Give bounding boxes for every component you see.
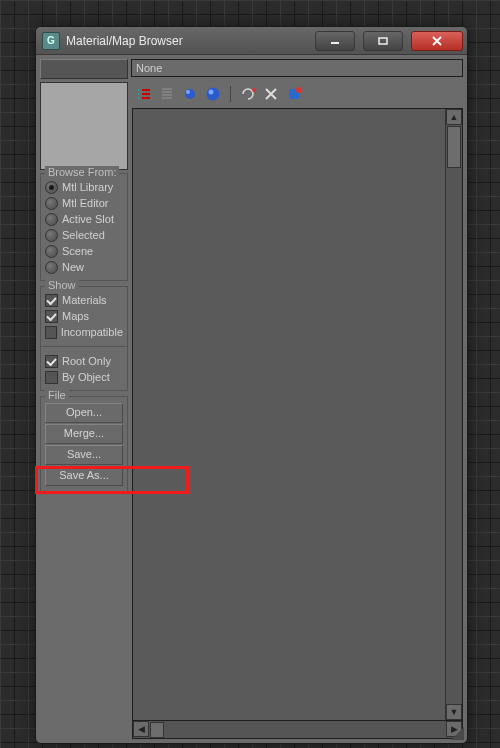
- check-maps[interactable]: Maps: [45, 308, 123, 324]
- checkbox-icon: [45, 355, 58, 368]
- close-button[interactable]: [411, 31, 463, 51]
- clear-icon: [286, 86, 302, 102]
- sphere-small-icon: [182, 86, 198, 102]
- svg-point-8: [296, 87, 302, 93]
- window-title: Material/Map Browser: [66, 34, 307, 48]
- search-input[interactable]: [40, 59, 128, 79]
- svg-point-2: [185, 89, 195, 99]
- material-list-area: ▲ ▼ ◀ ▶: [132, 108, 463, 739]
- radio-new[interactable]: New: [45, 259, 123, 275]
- svg-point-5: [209, 90, 214, 95]
- vertical-scrollbar[interactable]: ▲ ▼: [445, 109, 462, 720]
- minimize-icon: [330, 37, 340, 45]
- delete-button[interactable]: [261, 84, 281, 104]
- radio-icon: [45, 181, 58, 194]
- browse-from-title: Browse From:: [45, 166, 119, 178]
- checkbox-label: By Object: [62, 371, 110, 383]
- checkbox-icon: [45, 310, 58, 323]
- checkbox-label: Materials: [62, 294, 107, 306]
- view-list-button[interactable]: [134, 84, 154, 104]
- horizontal-scrollbar[interactable]: ◀ ▶: [132, 721, 463, 739]
- checkbox-icon: [45, 371, 58, 384]
- save-as-button[interactable]: Save As...: [45, 466, 123, 486]
- maximize-icon: [378, 37, 388, 45]
- check-materials[interactable]: Materials: [45, 292, 123, 308]
- view-list-small-button[interactable]: [157, 84, 177, 104]
- radio-label: New: [62, 261, 84, 273]
- checkbox-icon: [45, 326, 57, 339]
- delete-icon: [263, 86, 279, 102]
- radio-scene[interactable]: Scene: [45, 243, 123, 259]
- material-map-browser-window: G Material/Map Browser None: [35, 26, 468, 744]
- preview-swatch[interactable]: [40, 82, 128, 170]
- refresh-icon: [240, 86, 256, 102]
- radio-icon: [45, 213, 58, 226]
- radio-icon: [45, 229, 58, 242]
- checkbox-icon: [45, 294, 58, 307]
- client-area: None: [36, 55, 467, 743]
- list-small-icon: [159, 86, 175, 102]
- view-sphere-small-button[interactable]: [180, 84, 200, 104]
- svg-rect-1: [379, 38, 387, 44]
- browse-from-group: Browse From: Mtl Library Mtl Editor Acti…: [40, 173, 128, 281]
- svg-point-6: [252, 88, 256, 92]
- radio-label: Active Slot: [62, 213, 114, 225]
- check-by-object[interactable]: By Object: [45, 369, 123, 385]
- radio-active-slot[interactable]: Active Slot: [45, 211, 123, 227]
- sphere-large-icon: [205, 86, 221, 102]
- view-sphere-large-button[interactable]: [203, 84, 223, 104]
- svg-rect-0: [331, 42, 339, 44]
- clear-button[interactable]: [284, 84, 304, 104]
- radio-label: Scene: [62, 245, 93, 257]
- check-incompatible[interactable]: Incompatible: [45, 324, 123, 340]
- radio-icon: [45, 261, 58, 274]
- close-icon: [431, 36, 443, 46]
- minimize-button[interactable]: [315, 31, 355, 51]
- check-root-only[interactable]: Root Only: [45, 353, 123, 369]
- update-scene-button[interactable]: [238, 84, 258, 104]
- list-icon: [136, 86, 152, 102]
- radio-selected[interactable]: Selected: [45, 227, 123, 243]
- file-title: File: [45, 389, 69, 401]
- show-group: Show Materials Maps Incompatible Root On…: [40, 286, 128, 391]
- radio-mtl-editor[interactable]: Mtl Editor: [45, 195, 123, 211]
- svg-point-4: [207, 88, 220, 101]
- open-button[interactable]: Open...: [45, 403, 123, 423]
- scroll-up-button[interactable]: ▲: [446, 109, 462, 125]
- scroll-down-button[interactable]: ▼: [446, 704, 462, 720]
- radio-label: Selected: [62, 229, 105, 241]
- app-icon: G: [42, 32, 60, 50]
- view-toolbar: [131, 82, 463, 106]
- resize-grip[interactable]: [451, 727, 464, 740]
- radio-mtl-library[interactable]: Mtl Library: [45, 179, 123, 195]
- scroll-thumb[interactable]: [150, 722, 164, 738]
- radio-icon: [45, 245, 58, 258]
- material-name-field[interactable]: None: [131, 59, 463, 77]
- checkbox-label: Incompatible: [61, 326, 123, 338]
- toolbar-divider: [230, 86, 231, 102]
- checkbox-label: Root Only: [62, 355, 111, 367]
- merge-button[interactable]: Merge...: [45, 424, 123, 444]
- svg-point-3: [186, 90, 190, 94]
- checkbox-label: Maps: [62, 310, 89, 322]
- save-button[interactable]: Save...: [45, 445, 123, 465]
- show-title: Show: [45, 279, 79, 291]
- radio-label: Mtl Editor: [62, 197, 108, 209]
- title-bar[interactable]: G Material/Map Browser: [36, 27, 467, 55]
- radio-label: Mtl Library: [62, 181, 113, 193]
- file-group: File Open... Merge... Save... Save As...: [40, 396, 128, 493]
- options-sidebar: Browse From: Mtl Library Mtl Editor Acti…: [40, 173, 128, 498]
- material-list[interactable]: ▲ ▼: [132, 108, 463, 721]
- scroll-thumb[interactable]: [447, 126, 461, 168]
- radio-icon: [45, 197, 58, 210]
- maximize-button[interactable]: [363, 31, 403, 51]
- scroll-left-button[interactable]: ◀: [133, 721, 149, 737]
